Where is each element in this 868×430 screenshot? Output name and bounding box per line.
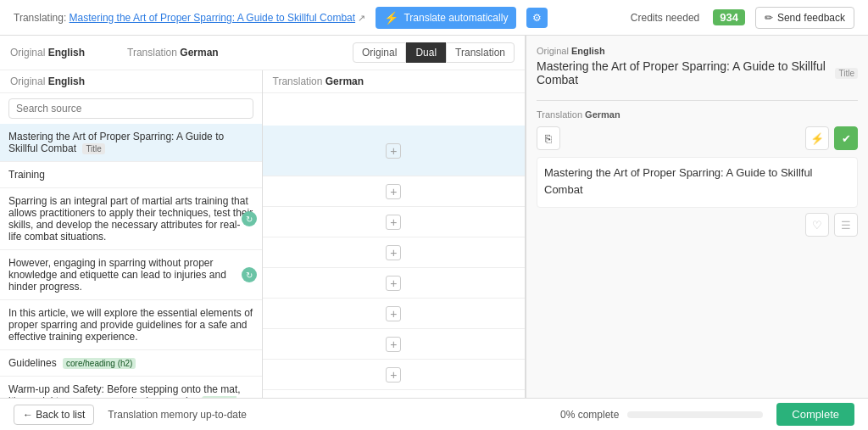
view-original-button[interactable]: Original [353, 42, 406, 63]
source-row[interactable]: Training [0, 162, 262, 188]
divider [537, 100, 858, 101]
original-lang-label: Original English [537, 46, 858, 56]
pencil-icon: ✏ [765, 12, 773, 24]
doc-title-link[interactable]: Mastering the Art of Proper Sparring: A … [70, 12, 356, 24]
row-indicator: ↻ [242, 211, 257, 226]
add-translation-button[interactable]: + [386, 306, 401, 321]
copy-button[interactable]: ⎘ [537, 126, 560, 150]
trans-toolbar: ⎘ ⚡ ✔ [537, 126, 858, 150]
add-translation-button[interactable]: + [386, 245, 401, 260]
confirm-button[interactable]: ✔ [834, 126, 858, 150]
trans-row[interactable]: + [263, 360, 526, 390]
bottombar: ← Back to list Translation memory up-to-… [0, 398, 868, 430]
trans-toolbar-left: ⎘ [537, 126, 560, 150]
trans-row[interactable]: + [263, 207, 526, 237]
translating-label: Translating: Mastering the Art of Proper… [14, 12, 365, 24]
add-translation-button[interactable]: + [386, 215, 401, 230]
memory-status: Translation memory up-to-date [108, 409, 247, 421]
view-translation-button[interactable]: Translation [446, 42, 515, 63]
source-column: Original English Mastering the Art of Pr… [0, 70, 263, 398]
original-title: Mastering the Art of Proper Sparring: A … [537, 59, 858, 87]
feedback-button[interactable]: ✏ Send feedback [755, 7, 854, 29]
translation-text[interactable]: Mastering the Art of Proper Sparring: A … [537, 157, 858, 208]
progress-bar [627, 411, 763, 418]
progress-section: 0% complete [560, 409, 763, 421]
source-row[interactable]: Mastering the Art of Proper Sparring: A … [0, 124, 262, 162]
auto-translate-button[interactable]: ⚡ [805, 126, 829, 150]
view-dual-button[interactable]: Dual [406, 42, 446, 63]
source-row[interactable]: Warm-up and Safety: Before stepping onto… [0, 377, 262, 398]
credits-label: Credits needed [631, 12, 699, 24]
source-row[interactable]: Guidelines core/heading (h2) [0, 350, 262, 377]
bookmark-button[interactable]: ♡ [805, 213, 829, 237]
source-lang-label: Original English [10, 47, 85, 59]
bolt-icon: ⚡ [384, 11, 398, 25]
add-translation-button[interactable]: + [386, 276, 401, 291]
source-row[interactable]: In this article, we will explore the ess… [0, 300, 262, 350]
trans-row[interactable]: + [263, 299, 526, 329]
back-to-list-button[interactable]: ← Back to list [14, 405, 94, 425]
auto-settings-button[interactable]: ⚙ [526, 8, 548, 28]
delete-button[interactable]: ☰ [834, 213, 858, 237]
trans-col-header: Translation German [263, 70, 526, 93]
left-header: Original English Translation German Orig… [0, 36, 525, 70]
translation-section: Translation German ⎘ ⚡ ✔ Mastering the A… [537, 109, 858, 237]
add-translation-button[interactable]: + [386, 367, 401, 383]
trans-row[interactable]: + [263, 268, 526, 299]
trans-row[interactable]: + [263, 176, 526, 207]
topbar: Translating: Mastering the Art of Proper… [0, 0, 868, 36]
right-panel: Original English Mastering the Art of Pr… [526, 36, 868, 398]
view-toggle: Original Dual Translation [353, 42, 515, 63]
left-panel: Original English Translation German Orig… [0, 36, 526, 398]
trans-row[interactable]: + [263, 237, 526, 268]
credits-count: 934 [713, 9, 745, 25]
translation-columns: Original English Mastering the Art of Pr… [0, 70, 525, 398]
main-layout: Original English Translation German Orig… [0, 36, 868, 398]
translate-auto-button[interactable]: ⚡ Translate automatically [376, 7, 516, 29]
row-indicator: ↻ [242, 267, 257, 282]
search-input[interactable] [8, 98, 253, 119]
trans-row[interactable]: + [263, 126, 526, 176]
add-translation-button[interactable]: + [386, 143, 401, 159]
row-tag: Title [82, 143, 105, 154]
original-title-tag: Title [835, 68, 858, 79]
add-translation-button[interactable]: + [386, 184, 401, 199]
progress-label: 0% complete [560, 409, 619, 421]
source-row[interactable]: Sparring is an integral part of martial … [0, 188, 262, 250]
trans-row[interactable]: + [263, 329, 526, 360]
complete-button[interactable]: Complete [776, 403, 854, 426]
row-tag: core/heading (h2) [63, 358, 136, 369]
trans-lang-label: Translation German [127, 47, 219, 59]
translation-column: Translation German + + + + + [263, 70, 526, 398]
source-row[interactable]: However, engaging in sparring without pr… [0, 250, 262, 300]
source-col-header: Original English [0, 70, 262, 93]
add-translation-button[interactable]: + [386, 337, 401, 352]
original-section: Original English Mastering the Art of Pr… [537, 46, 858, 87]
trans-section-label: Translation German [537, 109, 858, 120]
trans-actions: ♡ ☰ [537, 213, 858, 237]
